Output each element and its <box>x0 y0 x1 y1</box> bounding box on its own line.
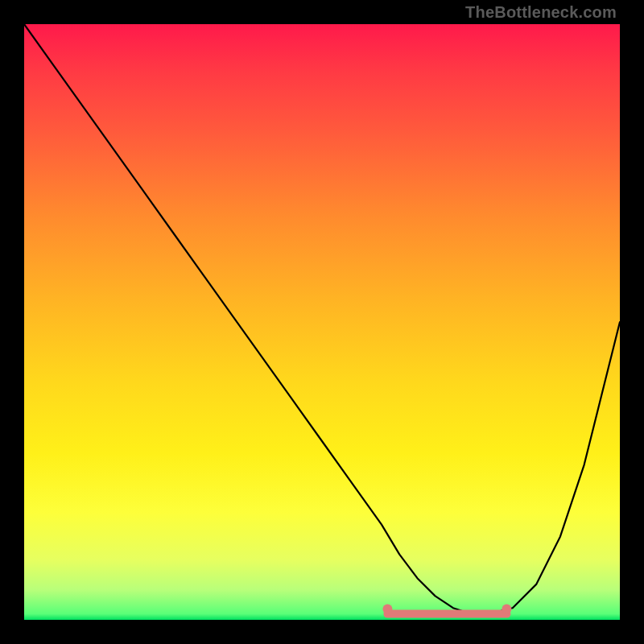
chart-svg <box>24 24 620 620</box>
chart-container: TheBottleneck.com <box>0 0 644 644</box>
optimal-range-left-dot <box>382 605 392 614</box>
optimal-range-right-dot <box>502 605 511 614</box>
bottleneck-curve-path <box>24 24 620 614</box>
watermark-text: TheBottleneck.com <box>465 3 617 22</box>
